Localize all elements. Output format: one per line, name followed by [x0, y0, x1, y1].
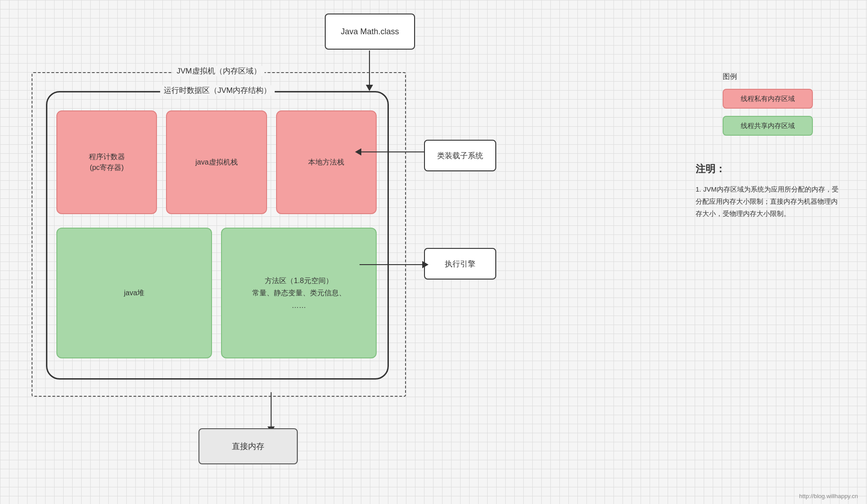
executor-label: 执行引擎 — [445, 259, 475, 269]
pink-box-pc: 程序计数器(pc寄存器) — [56, 110, 157, 214]
legend-pink: 线程私有内存区域 — [723, 89, 813, 109]
pink-box-native-stack: 本地方法栈 — [276, 110, 377, 214]
pink-box-jvm-stack: java虚拟机栈 — [166, 110, 267, 214]
executor-box: 执行引擎 — [424, 248, 496, 279]
java-math-box: Java Math.class — [325, 14, 415, 50]
notes-content: 1. JVM内存区域为系统为应用所分配的内存，受分配应用内存大小限制；直接内存为… — [696, 183, 840, 220]
green-box-method-area: 方法区（1.8元空间）常量、静态变量、类元信息、…… — [221, 228, 377, 358]
legend-green-label: 线程共享内存区域 — [741, 122, 795, 130]
legend-green: 线程共享内存区域 — [723, 116, 813, 136]
java-math-label: Java Math.class — [341, 27, 399, 37]
legend-pink-label: 线程私有内存区域 — [741, 95, 795, 103]
footer-link: http://blog.willhappy.cn — [799, 493, 858, 499]
notes-panel: 注明： 1. JVM内存区域为系统为应用所分配的内存，受分配应用内存大小限制；直… — [696, 162, 840, 220]
jvm-outer-label: JVM虚拟机（内存区域） — [173, 66, 265, 76]
classloader-box: 类装载子系统 — [424, 140, 496, 171]
runtime-data-box: 运行时数据区（JVM内存结构） 程序计数器(pc寄存器) java虚拟机栈 本地… — [46, 91, 389, 380]
arrow-classloader-left — [360, 151, 424, 152]
green-section: java堆 方法区（1.8元空间）常量、静态变量、类元信息、…… — [56, 228, 377, 358]
direct-memory-label: 直接内存 — [232, 441, 264, 452]
runtime-data-label: 运行时数据区（JVM内存结构） — [160, 85, 275, 96]
classloader-label: 类装载子系统 — [437, 151, 483, 161]
pink-section: 程序计数器(pc寄存器) java虚拟机栈 本地方法栈 — [56, 110, 377, 214]
legend-title: 图例 — [723, 72, 840, 82]
jvm-outer-box: JVM虚拟机（内存区域） 运行时数据区（JVM内存结构） 程序计数器(pc寄存器… — [32, 72, 406, 397]
green-box-heap: java堆 — [56, 228, 212, 358]
legend-panel: 图例 线程私有内存区域 线程共享内存区域 — [723, 72, 840, 143]
direct-memory-box: 直接内存 — [198, 428, 298, 464]
arrow-method-down — [271, 392, 272, 428]
notes-title: 注明： — [696, 162, 840, 176]
arrow-method-right — [360, 264, 424, 265]
